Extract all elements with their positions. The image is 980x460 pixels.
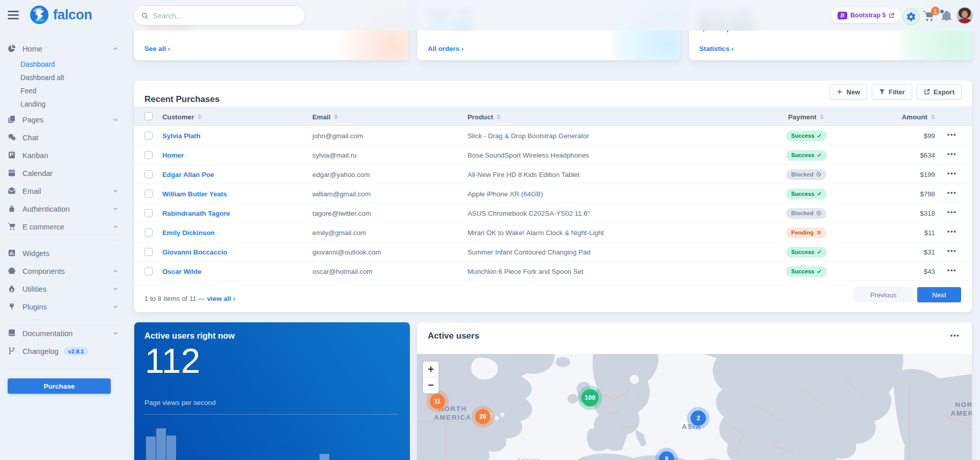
row-menu-dots[interactable]: •••	[947, 247, 957, 254]
falcon-logo-icon	[30, 5, 49, 24]
select-all-checkbox[interactable]	[144, 112, 153, 120]
row-checkbox[interactable]	[144, 132, 153, 140]
customer-link[interactable]: Sylvia Plath	[162, 126, 201, 145]
notification-indicator-dot	[939, 9, 945, 14]
customer-link[interactable]: Oscar Wilde	[162, 262, 202, 281]
row-menu-dots[interactable]: •••	[947, 131, 957, 138]
customer-link[interactable]: Giovanni Boccaccio	[162, 242, 227, 262]
row-menu-dots[interactable]: •••	[947, 208, 957, 216]
external-link-icon	[889, 13, 894, 18]
filter-icon	[879, 89, 885, 95]
map-cluster-marker[interactable]: 100	[581, 389, 599, 406]
row-menu-dots[interactable]: •••	[947, 169, 957, 177]
sidebar-item-plugins[interactable]: Plugins	[8, 298, 119, 316]
search-box[interactable]	[134, 6, 305, 25]
row-menu-dots[interactable]: •••	[947, 150, 957, 158]
payment-status-cell: Blocked	[786, 165, 826, 184]
customer-link[interactable]: Homer	[162, 145, 184, 165]
filter-button[interactable]: Filter	[872, 84, 912, 99]
table-row: William Butler Yeatswilliam@gmail.comApp…	[134, 184, 972, 203]
sidebar-item-email[interactable]: Email	[8, 182, 119, 200]
sidebar-item-utilities[interactable]: Utilities	[8, 280, 119, 298]
shopping-cart-button[interactable]: 1	[923, 10, 936, 22]
chevron-down-icon	[113, 188, 119, 194]
payment-status-cell: Success	[786, 184, 827, 203]
bootstrap-version-badge[interactable]: B Bootstrap 5	[831, 8, 900, 23]
notifications-bell-button[interactable]	[941, 11, 953, 23]
map-cluster-marker[interactable]: 11	[430, 394, 445, 409]
sidebar-item-authentication[interactable]: Authentication	[8, 200, 119, 218]
sidebar-subitem-dashboard-alt[interactable]: Dashboard alt	[8, 71, 119, 84]
row-menu-dots[interactable]: •••	[947, 189, 957, 196]
user-avatar[interactable]	[957, 7, 973, 23]
card-menu-dots[interactable]: •••	[950, 331, 960, 339]
view-all-link[interactable]: view all ›	[207, 295, 235, 302]
new-button[interactable]: New	[829, 84, 867, 99]
customer-link[interactable]: Emily Dickinson	[162, 223, 215, 242]
envelope-icon	[8, 187, 16, 195]
map-zoom-in-button[interactable]: +	[423, 362, 438, 377]
chevron-down-icon	[113, 330, 119, 336]
active-users-map-title: Active users	[428, 331, 479, 341]
sidebar-item-kanban[interactable]: Kanban	[8, 146, 119, 164]
sidebar-subitem-feed[interactable]: Feed	[8, 84, 119, 97]
stat-link[interactable]: Statistics ›	[699, 45, 733, 53]
sidebar-item-chat[interactable]: Chat	[8, 129, 119, 146]
sidebar-item-components[interactable]: Components	[8, 262, 119, 280]
falcon-logo[interactable]: falcon	[30, 5, 92, 24]
product-cell: All-New Fire HD 8 Kids Edition Tablet	[468, 165, 579, 184]
product-cell: Munchkin 6 Piece Fork and Spoon Set	[468, 262, 583, 281]
map-zoom-out-button[interactable]: −	[423, 377, 438, 393]
row-menu-dots[interactable]: •••	[947, 227, 957, 235]
customer-link[interactable]: Rabindranath Tagore	[162, 203, 230, 223]
sidebar-item-calendar[interactable]: Calendar	[8, 164, 119, 182]
previous-button[interactable]: Previous	[854, 287, 913, 302]
stat-link[interactable]: See all ›	[144, 45, 170, 53]
sidebar-subitem-landing[interactable]: Landing	[8, 97, 119, 111]
page-views-bar	[156, 428, 166, 460]
map-cluster-marker[interactable]: 26	[475, 409, 491, 424]
customer-link[interactable]: Edgar Allan Poe	[162, 165, 214, 184]
row-checkbox[interactable]	[144, 190, 153, 198]
export-button[interactable]: Export	[917, 84, 962, 99]
sidebar-item-changelog[interactable]: Changelogv2.8.1	[8, 342, 119, 360]
export-icon	[924, 89, 930, 95]
hamburger-menu-icon[interactable]	[8, 11, 19, 19]
active-users-count: 112	[145, 341, 200, 380]
purchase-button[interactable]: Purchase	[8, 378, 111, 394]
table-header-row: CustomerEmailProductPaymentAmount	[134, 107, 972, 126]
stream-icon	[816, 230, 821, 235]
next-button[interactable]: Next	[917, 287, 961, 302]
settings-gear-button[interactable]	[902, 8, 920, 25]
map-cluster-marker[interactable]: 2	[691, 411, 706, 426]
row-checkbox[interactable]	[144, 248, 153, 256]
row-checkbox[interactable]	[144, 209, 153, 217]
sidebar-item-home[interactable]: Home	[8, 40, 119, 58]
sidebar-item-widgets[interactable]: Widgets	[8, 244, 119, 262]
column-header-amount[interactable]: Amount	[902, 107, 935, 126]
sidebar-item-documentation[interactable]: Documentation	[8, 324, 119, 342]
column-header-customer[interactable]: Customer	[162, 107, 202, 126]
world-map-svg	[417, 354, 972, 460]
check-icon	[817, 249, 822, 254]
row-checkbox[interactable]	[144, 267, 153, 275]
sidebar-item-e-commerce[interactable]: E commerce	[8, 218, 119, 236]
items-count-text: 1 to 8 Items of 11 —	[144, 295, 205, 302]
column-header-payment[interactable]: Payment	[788, 107, 824, 126]
row-checkbox[interactable]	[144, 228, 153, 237]
chevron-down-icon	[113, 206, 119, 212]
sidebar-subitem-dashboard[interactable]: Dashboard	[8, 58, 119, 71]
status-badge: Pending	[786, 227, 826, 238]
row-checkbox[interactable]	[144, 151, 153, 159]
search-input[interactable]	[153, 12, 298, 20]
sort-icon	[198, 114, 202, 120]
column-header-email[interactable]: Email	[312, 107, 338, 126]
status-badge: Success	[786, 247, 827, 258]
cart-count-badge: 1	[931, 7, 940, 15]
customer-link[interactable]: William Butler Yeats	[162, 184, 227, 203]
sidebar-item-pages[interactable]: Pages	[8, 111, 119, 129]
row-menu-dots[interactable]: •••	[947, 266, 957, 274]
column-header-product[interactable]: Product	[468, 107, 501, 126]
stat-link[interactable]: All orders ›	[428, 45, 463, 53]
row-checkbox[interactable]	[144, 170, 153, 178]
